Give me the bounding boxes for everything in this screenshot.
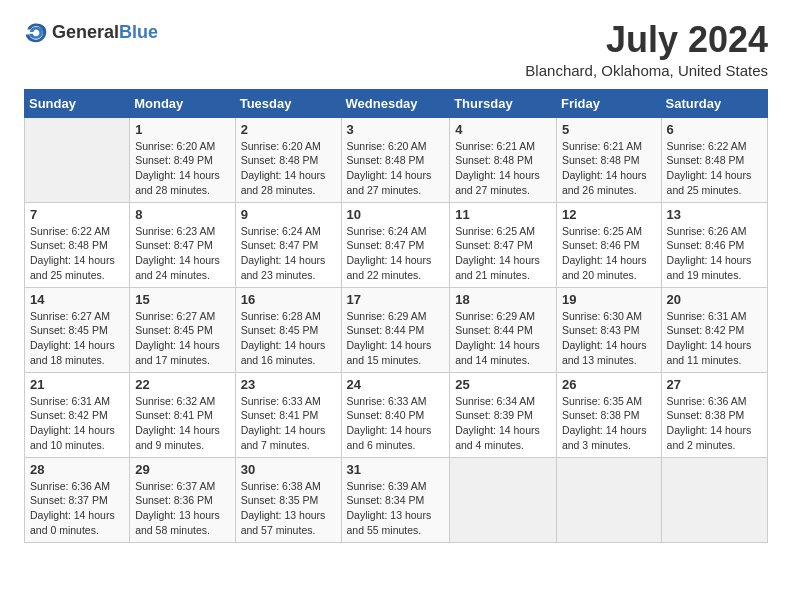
day-number: 9	[241, 207, 336, 222]
day-cell: 1Sunrise: 6:20 AM Sunset: 8:49 PM Daylig…	[130, 117, 235, 202]
day-cell: 13Sunrise: 6:26 AM Sunset: 8:46 PM Dayli…	[661, 202, 767, 287]
day-number: 3	[347, 122, 445, 137]
day-cell: 14Sunrise: 6:27 AM Sunset: 8:45 PM Dayli…	[25, 287, 130, 372]
day-info: Sunrise: 6:22 AM Sunset: 8:48 PM Dayligh…	[667, 139, 762, 198]
day-cell: 27Sunrise: 6:36 AM Sunset: 8:38 PM Dayli…	[661, 372, 767, 457]
col-header-saturday: Saturday	[661, 89, 767, 117]
week-row-2: 7Sunrise: 6:22 AM Sunset: 8:48 PM Daylig…	[25, 202, 768, 287]
day-cell: 6Sunrise: 6:22 AM Sunset: 8:48 PM Daylig…	[661, 117, 767, 202]
day-number: 2	[241, 122, 336, 137]
day-cell: 26Sunrise: 6:35 AM Sunset: 8:38 PM Dayli…	[556, 372, 661, 457]
day-cell: 4Sunrise: 6:21 AM Sunset: 8:48 PM Daylig…	[450, 117, 557, 202]
day-number: 7	[30, 207, 124, 222]
day-cell: 23Sunrise: 6:33 AM Sunset: 8:41 PM Dayli…	[235, 372, 341, 457]
day-number: 8	[135, 207, 229, 222]
day-number: 15	[135, 292, 229, 307]
day-cell: 7Sunrise: 6:22 AM Sunset: 8:48 PM Daylig…	[25, 202, 130, 287]
day-info: Sunrise: 6:24 AM Sunset: 8:47 PM Dayligh…	[347, 224, 445, 283]
header-row: SundayMondayTuesdayWednesdayThursdayFrid…	[25, 89, 768, 117]
col-header-tuesday: Tuesday	[235, 89, 341, 117]
day-cell: 19Sunrise: 6:30 AM Sunset: 8:43 PM Dayli…	[556, 287, 661, 372]
day-number: 25	[455, 377, 551, 392]
day-cell	[556, 457, 661, 542]
day-number: 4	[455, 122, 551, 137]
week-row-3: 14Sunrise: 6:27 AM Sunset: 8:45 PM Dayli…	[25, 287, 768, 372]
day-number: 10	[347, 207, 445, 222]
logo-blue: Blue	[119, 22, 158, 42]
day-number: 17	[347, 292, 445, 307]
day-info: Sunrise: 6:20 AM Sunset: 8:48 PM Dayligh…	[347, 139, 445, 198]
calendar-table: SundayMondayTuesdayWednesdayThursdayFrid…	[24, 89, 768, 543]
day-number: 21	[30, 377, 124, 392]
title-area: July 2024 Blanchard, Oklahoma, United St…	[525, 20, 768, 79]
day-info: Sunrise: 6:20 AM Sunset: 8:48 PM Dayligh…	[241, 139, 336, 198]
day-number: 16	[241, 292, 336, 307]
logo-general: General	[52, 22, 119, 42]
day-cell: 18Sunrise: 6:29 AM Sunset: 8:44 PM Dayli…	[450, 287, 557, 372]
day-number: 20	[667, 292, 762, 307]
day-number: 29	[135, 462, 229, 477]
day-number: 23	[241, 377, 336, 392]
calendar-title: July 2024	[525, 20, 768, 60]
day-cell: 8Sunrise: 6:23 AM Sunset: 8:47 PM Daylig…	[130, 202, 235, 287]
day-cell: 25Sunrise: 6:34 AM Sunset: 8:39 PM Dayli…	[450, 372, 557, 457]
day-cell: 16Sunrise: 6:28 AM Sunset: 8:45 PM Dayli…	[235, 287, 341, 372]
day-cell: 9Sunrise: 6:24 AM Sunset: 8:47 PM Daylig…	[235, 202, 341, 287]
col-header-wednesday: Wednesday	[341, 89, 450, 117]
day-info: Sunrise: 6:31 AM Sunset: 8:42 PM Dayligh…	[667, 309, 762, 368]
day-info: Sunrise: 6:25 AM Sunset: 8:46 PM Dayligh…	[562, 224, 656, 283]
day-info: Sunrise: 6:26 AM Sunset: 8:46 PM Dayligh…	[667, 224, 762, 283]
day-info: Sunrise: 6:38 AM Sunset: 8:35 PM Dayligh…	[241, 479, 336, 538]
day-cell	[25, 117, 130, 202]
day-number: 18	[455, 292, 551, 307]
col-header-monday: Monday	[130, 89, 235, 117]
day-number: 28	[30, 462, 124, 477]
day-info: Sunrise: 6:35 AM Sunset: 8:38 PM Dayligh…	[562, 394, 656, 453]
week-row-5: 28Sunrise: 6:36 AM Sunset: 8:37 PM Dayli…	[25, 457, 768, 542]
day-number: 22	[135, 377, 229, 392]
day-info: Sunrise: 6:21 AM Sunset: 8:48 PM Dayligh…	[562, 139, 656, 198]
day-info: Sunrise: 6:33 AM Sunset: 8:40 PM Dayligh…	[347, 394, 445, 453]
day-info: Sunrise: 6:36 AM Sunset: 8:38 PM Dayligh…	[667, 394, 762, 453]
day-number: 13	[667, 207, 762, 222]
day-number: 19	[562, 292, 656, 307]
page-header: GeneralBlue July 2024 Blanchard, Oklahom…	[24, 20, 768, 79]
day-info: Sunrise: 6:33 AM Sunset: 8:41 PM Dayligh…	[241, 394, 336, 453]
day-cell	[450, 457, 557, 542]
day-number: 14	[30, 292, 124, 307]
day-cell	[661, 457, 767, 542]
day-info: Sunrise: 6:22 AM Sunset: 8:48 PM Dayligh…	[30, 224, 124, 283]
day-info: Sunrise: 6:31 AM Sunset: 8:42 PM Dayligh…	[30, 394, 124, 453]
day-cell: 15Sunrise: 6:27 AM Sunset: 8:45 PM Dayli…	[130, 287, 235, 372]
logo: GeneralBlue	[24, 20, 158, 44]
logo-icon	[24, 20, 48, 44]
day-number: 31	[347, 462, 445, 477]
day-info: Sunrise: 6:28 AM Sunset: 8:45 PM Dayligh…	[241, 309, 336, 368]
day-cell: 29Sunrise: 6:37 AM Sunset: 8:36 PM Dayli…	[130, 457, 235, 542]
day-info: Sunrise: 6:36 AM Sunset: 8:37 PM Dayligh…	[30, 479, 124, 538]
day-cell: 30Sunrise: 6:38 AM Sunset: 8:35 PM Dayli…	[235, 457, 341, 542]
day-cell: 21Sunrise: 6:31 AM Sunset: 8:42 PM Dayli…	[25, 372, 130, 457]
day-info: Sunrise: 6:21 AM Sunset: 8:48 PM Dayligh…	[455, 139, 551, 198]
day-number: 6	[667, 122, 762, 137]
day-number: 24	[347, 377, 445, 392]
col-header-thursday: Thursday	[450, 89, 557, 117]
day-cell: 5Sunrise: 6:21 AM Sunset: 8:48 PM Daylig…	[556, 117, 661, 202]
day-number: 11	[455, 207, 551, 222]
week-row-4: 21Sunrise: 6:31 AM Sunset: 8:42 PM Dayli…	[25, 372, 768, 457]
day-info: Sunrise: 6:27 AM Sunset: 8:45 PM Dayligh…	[135, 309, 229, 368]
day-info: Sunrise: 6:34 AM Sunset: 8:39 PM Dayligh…	[455, 394, 551, 453]
day-info: Sunrise: 6:20 AM Sunset: 8:49 PM Dayligh…	[135, 139, 229, 198]
day-info: Sunrise: 6:23 AM Sunset: 8:47 PM Dayligh…	[135, 224, 229, 283]
day-cell: 24Sunrise: 6:33 AM Sunset: 8:40 PM Dayli…	[341, 372, 450, 457]
day-cell: 3Sunrise: 6:20 AM Sunset: 8:48 PM Daylig…	[341, 117, 450, 202]
day-info: Sunrise: 6:37 AM Sunset: 8:36 PM Dayligh…	[135, 479, 229, 538]
day-number: 1	[135, 122, 229, 137]
day-number: 5	[562, 122, 656, 137]
day-info: Sunrise: 6:32 AM Sunset: 8:41 PM Dayligh…	[135, 394, 229, 453]
day-cell: 11Sunrise: 6:25 AM Sunset: 8:47 PM Dayli…	[450, 202, 557, 287]
day-cell: 2Sunrise: 6:20 AM Sunset: 8:48 PM Daylig…	[235, 117, 341, 202]
day-info: Sunrise: 6:29 AM Sunset: 8:44 PM Dayligh…	[347, 309, 445, 368]
day-info: Sunrise: 6:27 AM Sunset: 8:45 PM Dayligh…	[30, 309, 124, 368]
calendar-subtitle: Blanchard, Oklahoma, United States	[525, 62, 768, 79]
